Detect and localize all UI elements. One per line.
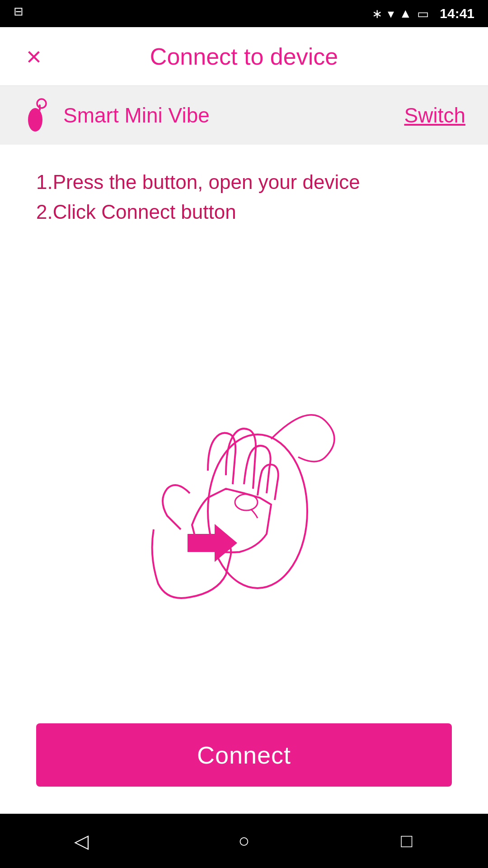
device-icon [18, 97, 54, 133]
bluetooth-icon: ∗ [372, 6, 382, 21]
switch-button[interactable]: Switch [400, 99, 470, 132]
recent-button[interactable]: □ [389, 823, 425, 859]
connect-button-container: Connect [0, 714, 488, 814]
recent-icon: □ [401, 830, 412, 852]
svg-rect-2 [39, 104, 41, 111]
instruction-line-2: 2.Click Connect button [36, 197, 452, 227]
clock: 14:41 [440, 6, 474, 21]
home-icon: ○ [238, 830, 249, 852]
battery-icon: ▭ [417, 6, 429, 21]
header: × Connect to device [0, 27, 488, 86]
svg-point-1 [28, 108, 42, 132]
svg-point-3 [208, 434, 307, 588]
instructions: 1.Press the button, open your device 2.C… [36, 167, 452, 227]
close-icon: × [26, 43, 42, 70]
instruction-line-1: 1.Press the button, open your device [36, 167, 452, 197]
illustration-svg [117, 340, 371, 602]
nav-bar: ◁ ○ □ [0, 814, 488, 868]
device-illustration [36, 245, 452, 696]
signal-icon: ▲ [399, 6, 412, 21]
page-title: Connect to device [50, 43, 438, 70]
home-button[interactable]: ○ [226, 823, 262, 859]
status-photo-icon: ⊟ [14, 5, 23, 19]
connect-button[interactable]: Connect [36, 723, 452, 787]
status-icons: ∗ ▾ ▲ ▭ 14:41 [372, 6, 474, 21]
device-name: Smart Mini Vibe [63, 103, 400, 127]
status-bar: ⊟ ∗ ▾ ▲ ▭ 14:41 [0, 0, 488, 27]
back-icon: ◁ [74, 830, 89, 852]
close-button[interactable]: × [18, 41, 50, 72]
main-content: 1.Press the button, open your device 2.C… [0, 145, 488, 714]
wifi-icon: ▾ [388, 6, 394, 21]
back-button[interactable]: ◁ [63, 823, 99, 859]
svg-point-0 [37, 99, 46, 108]
device-bar: Smart Mini Vibe Switch [0, 86, 488, 145]
